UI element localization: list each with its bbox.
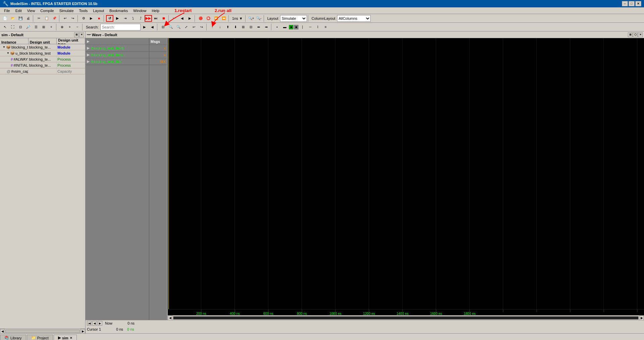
zoom-in2-button[interactable]: +	[66, 24, 73, 30]
wave-panel-close[interactable]: ✕	[638, 32, 643, 37]
expand-button[interactable]: +	[48, 24, 55, 30]
signal-dn-button[interactable]: ⬇	[232, 24, 239, 30]
step-out-button[interactable]: ⤴	[137, 15, 144, 22]
search-prev-button[interactable]: ◀	[149, 24, 156, 30]
menu-view[interactable]: View	[24, 8, 38, 13]
zoom-time-button[interactable]: ⊟	[159, 24, 167, 30]
signal-expand-button[interactable]: ⊞	[239, 24, 247, 30]
zoom-out3-button[interactable]: 🔍	[175, 24, 182, 30]
tree-row[interactable]: ▼ 📦 u_blocking_tes... blocking_test Modu…	[0, 50, 85, 56]
signal-row-clk[interactable]: ▶ /blocking_test_tb/clk	[86, 45, 149, 52]
wave-canvas[interactable]	[168, 38, 644, 309]
wave-background-button[interactable]: ■	[294, 25, 299, 29]
zoom-full-button[interactable]: ⤢	[182, 24, 190, 30]
signal-prev-button[interactable]: ⬅	[255, 24, 262, 30]
run-all-button[interactable]: ▶▶	[145, 15, 152, 22]
wave-next-button[interactable]: ▶	[186, 15, 194, 22]
wave-scroll-back[interactable]: ◀	[92, 321, 97, 326]
undo-button[interactable]: ↩	[61, 15, 69, 22]
zoom-region-button[interactable]: ⛶	[9, 24, 16, 30]
wave-props-button[interactable]: ≡	[322, 24, 329, 30]
zoom-out2-button[interactable]: −	[74, 24, 81, 30]
stop-button[interactable]: ■	[95, 15, 103, 22]
sim-panel-close[interactable]: ✕	[79, 32, 84, 37]
redo-button[interactable]: ↪	[69, 15, 76, 22]
layout-dropdown[interactable]: Simulate	[280, 15, 307, 22]
print-button[interactable]: 🖨	[24, 15, 32, 22]
wave-scroll-right[interactable]: ▶	[639, 316, 644, 320]
close-button[interactable]: ✕	[635, 1, 641, 6]
ruler-button[interactable]: ─	[307, 24, 314, 30]
wave-scroll-start[interactable]: |◀	[87, 321, 92, 326]
wave-color-button[interactable]: ■	[289, 25, 293, 29]
marker-button[interactable]: |	[299, 24, 306, 30]
wave-panel-dock[interactable]: ⊞	[628, 32, 633, 37]
bp-button[interactable]: 🔴	[197, 15, 204, 22]
step-button[interactable]: ⇥	[121, 15, 129, 22]
list-view-button[interactable]: ☰	[32, 24, 40, 30]
columnlayout-dropdown[interactable]: AllColumns	[337, 15, 371, 22]
signal-row-rst[interactable]: ▶ /blocking_test_tb/rs...	[86, 52, 149, 58]
sim-button[interactable]: ▶	[88, 15, 95, 22]
cut-button[interactable]: ✂	[35, 15, 43, 22]
sim-panel-dock[interactable]: ⊞	[74, 32, 79, 37]
tree-row[interactable]: # #ALWAYS#9 blocking_te... Process	[0, 56, 85, 62]
menu-layout[interactable]: Layout	[90, 8, 107, 13]
menu-bookmarks[interactable]: Bookmarks	[107, 8, 130, 13]
save-button[interactable]: 💾	[17, 15, 24, 22]
copy-button[interactable]: 📋	[43, 15, 50, 22]
bp-next-button[interactable]: ⏩	[212, 15, 220, 22]
wave-scroll-fwd[interactable]: ▶	[98, 321, 102, 326]
compile-button[interactable]: ⚙	[80, 15, 87, 22]
scroll-track[interactable]	[5, 330, 80, 333]
maximize-button[interactable]: □	[629, 1, 635, 6]
menu-compile[interactable]: Compile	[38, 8, 56, 13]
zoom-fit-button[interactable]: ⊡	[17, 24, 24, 30]
tab-library[interactable]: 📚 Library	[0, 335, 26, 340]
pointer-button[interactable]: ↖	[1, 24, 9, 30]
cursor-button[interactable]: ⊕	[58, 24, 66, 30]
search-input[interactable]	[100, 24, 141, 30]
wave-scroll-track[interactable]	[173, 316, 639, 320]
wave-format-button[interactable]: ▪	[273, 24, 281, 30]
add-wave-button[interactable]: 〰	[171, 15, 178, 22]
search-go-button[interactable]: ▶	[141, 24, 148, 30]
bp-prev-button[interactable]: ⏪	[220, 15, 227, 22]
zoom-in3-button[interactable]: 🔍	[167, 24, 174, 30]
signal-collapse-button[interactable]: ⊟	[247, 24, 255, 30]
bp-clear-button[interactable]: ⭕	[205, 15, 212, 22]
zoom-next-button[interactable]: ↪	[198, 24, 205, 30]
step-over-button[interactable]: ⤵	[129, 15, 137, 22]
menu-simulate[interactable]: Simulate	[57, 8, 76, 13]
find-button[interactable]: 🔎	[24, 24, 32, 30]
scroll-right-btn[interactable]: ▶	[80, 329, 85, 334]
scroll-left-btn[interactable]: ◀	[0, 329, 5, 334]
tab-sim-close[interactable]: ✕	[70, 336, 72, 340]
tree-row[interactable]: # #INITIAL#11 blocking_te... Process	[0, 62, 85, 68]
open-button[interactable]: 📂	[9, 15, 16, 22]
tab-sim[interactable]: ▶ sim ✕	[54, 335, 77, 340]
minimize-button[interactable]: ─	[622, 1, 628, 6]
wave-zoom-out-button[interactable]: 🔍-	[255, 15, 263, 22]
signal-up-button[interactable]: ⬆	[224, 24, 231, 30]
break-button[interactable]: ⏹	[160, 15, 167, 22]
new-button[interactable]: 📄	[1, 15, 9, 22]
wave-panel-float[interactable]: ⬡	[633, 32, 638, 37]
menu-file[interactable]: File	[1, 8, 13, 13]
paste-button[interactable]: 📌	[51, 15, 58, 22]
signal-add-button[interactable]: ↑	[209, 24, 216, 30]
marker2-button[interactable]: ⌇	[314, 24, 322, 30]
wave-scroll-left[interactable]: ◀	[168, 316, 172, 320]
tab-project[interactable]: 📁 Project	[27, 335, 53, 340]
menu-window[interactable]: Window	[130, 8, 149, 13]
run-button[interactable]: ▶	[114, 15, 121, 22]
signal-next-button[interactable]: ➡	[263, 24, 270, 30]
menu-edit[interactable]: Edit	[13, 8, 24, 13]
menu-tools[interactable]: Tools	[76, 8, 91, 13]
tree-row[interactable]: ▼ 📦 blocking_test_tb blocking_te... Modu…	[0, 44, 85, 50]
zoom-prev-button[interactable]: ↩	[190, 24, 198, 30]
tree-row[interactable]: @ #vsim_capacity# Capacity	[0, 68, 85, 74]
signal-del-button[interactable]: ↓	[216, 24, 224, 30]
menu-help[interactable]: Help	[149, 8, 162, 13]
wave-height-button[interactable]: ▬	[281, 24, 288, 30]
